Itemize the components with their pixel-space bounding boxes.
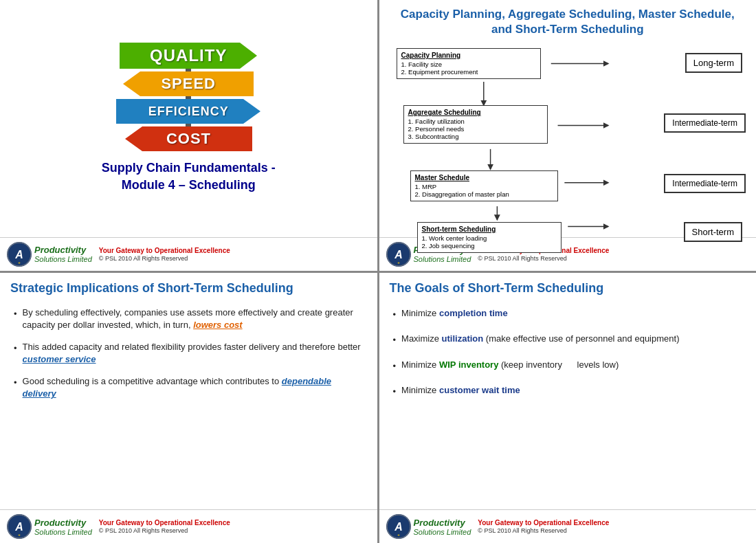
- slide3-title: Strategic Implications of Short-Term Sch…: [10, 281, 367, 296]
- goal-3-text: Minimize WIP inventory (keep inventory l…: [401, 358, 619, 373]
- svg-text:A: A: [394, 249, 403, 261]
- footer-copyright2: © PSL 2010 All Rights Reserved: [478, 255, 749, 262]
- slide3-bullet-3-text: Good scheduling is a competitive advanta…: [23, 375, 364, 400]
- bullet-dot-2: •: [14, 342, 17, 366]
- goal-1-text: Minimize completion time: [401, 307, 508, 322]
- logo-icon2: A +: [386, 242, 411, 267]
- capacity-item1: 1. Facility size: [401, 60, 536, 68]
- goal-dot-2: •: [393, 333, 397, 347]
- slide3-bullet-2-text: This added capacity and related flexibil…: [23, 341, 364, 366]
- svg-text:A: A: [14, 521, 23, 533]
- footer-logo4: A + Productivity Solutions Limited: [386, 514, 471, 539]
- slide3-footer: A + Productivity Solutions Limited Your …: [0, 509, 377, 543]
- slide2-diagram: Capacity Planning 1. Facility size 2. Eq…: [379, 41, 757, 236]
- svg-text:A: A: [14, 249, 23, 261]
- svg-text:A: A: [394, 521, 403, 533]
- goal-utilization: utilization: [442, 333, 484, 344]
- footer-copyright4: © PSL 2010 All Rights Reserved: [478, 527, 749, 534]
- aggregate-item3: 3. Subcontracting: [408, 133, 543, 140]
- master-item1: 1. MRP: [415, 183, 553, 190]
- slide1-footer: A + Productivity Solutions Limited Your …: [0, 237, 377, 271]
- sign-cost-label: COST: [166, 130, 211, 148]
- svg-text:+: +: [18, 261, 21, 265]
- footer-tagline3: Your Gateway to Operational Excellence: [99, 519, 370, 527]
- slide-1: QUALITY SPEED EFFICIENCY C: [0, 0, 377, 271]
- shortterm-title: Short-term Scheduling: [422, 225, 557, 233]
- shortterm-item1: 1. Work center loading: [422, 234, 557, 242]
- slide4-header: The Goals of Short-Term Scheduling: [379, 273, 757, 300]
- slide3-bullet-2: • This added capacity and related flexib…: [14, 341, 364, 366]
- slide3-bullet-3: • Good scheduling is a competitive advan…: [14, 375, 364, 400]
- logo-solutions: Solutions Limited: [34, 255, 92, 263]
- footer-tagline4: Your Gateway to Operational Excellence: [478, 519, 749, 527]
- slide3-bullet-1: • By scheduling effectively, companies u…: [14, 307, 364, 331]
- goal-2: • Maximize utilization (make effective u…: [393, 332, 743, 347]
- slide1-content: QUALITY SPEED EFFICIENCY C: [0, 0, 377, 237]
- sign-speed-label: SPEED: [161, 75, 216, 93]
- master-title: Master Schedule: [415, 174, 553, 181]
- goal-dot-1: •: [393, 308, 397, 322]
- slide-2: Capacity Planning, Aggregate Scheduling,…: [379, 0, 757, 271]
- goal-2-text: Maximize utilization (make effective use…: [401, 332, 679, 347]
- capacity-item2: 2. Equipment procurement: [401, 68, 536, 76]
- slide3-header: Strategic Implications of Short-Term Sch…: [0, 273, 377, 300]
- goal-wip: WIP inventory: [439, 359, 498, 370]
- shortterm-box: Short-term Scheduling 1. Work center loa…: [417, 222, 562, 253]
- aggregate-title: Aggregate Scheduling: [408, 109, 543, 116]
- sign-quality: QUALITY: [120, 43, 257, 69]
- slide3-highlight-dependable-delivery: dependable delivery: [23, 376, 331, 399]
- master-box: Master Schedule 1. MRP 2. Disaggregation…: [410, 170, 558, 201]
- slide-3: Strategic Implications of Short-Term Sch…: [0, 273, 377, 544]
- label-shortterm: Short-term: [684, 222, 742, 242]
- logo-icon4: A +: [386, 514, 411, 539]
- bullet-dot-3: •: [14, 377, 17, 400]
- logo-solutions3: Solutions Limited: [34, 528, 92, 536]
- logo-solutions2: Solutions Limited: [414, 255, 471, 263]
- sign-efficiency: EFFICIENCY: [116, 99, 260, 124]
- signs-container: QUALITY SPEED EFFICIENCY C: [116, 43, 260, 151]
- label-intermediate2: Intermediate-term: [664, 174, 746, 193]
- logo-text-block: Productivity Solutions Limited: [34, 245, 92, 263]
- slide3-highlight-lowers-cost: lowers cost: [193, 320, 243, 330]
- logo-productivity4: Productivity: [414, 518, 471, 528]
- svg-text:+: +: [397, 261, 400, 265]
- sign-cost: COST: [125, 126, 252, 151]
- goal-completion-time: completion time: [439, 308, 508, 318]
- footer-copyright3: © PSL 2010 All Rights Reserved: [99, 527, 370, 534]
- logo-productivity3: Productivity: [34, 518, 92, 528]
- goals-list: • Minimize completion time • Maximize ut…: [393, 307, 743, 399]
- slide1-title-line1: Supply Chain Fundamentals -: [102, 159, 276, 177]
- label-intermediate1: Intermediate-term: [664, 113, 746, 133]
- slide2-title: Capacity Planning, Aggregate Scheduling,…: [390, 7, 746, 37]
- goal-4: • Minimize customer wait time: [393, 384, 743, 399]
- aggregate-item2: 2. Personnel needs: [408, 125, 543, 133]
- label-longterm: Long-term: [685, 53, 742, 73]
- logo-icon3: A +: [7, 514, 32, 539]
- shortterm-item2: 2. Job sequencing: [422, 242, 557, 250]
- capacity-box: Capacity Planning 1. Facility size 2. Eq…: [397, 48, 541, 79]
- footer-tagline: Your Gateway to Operational Excellence: [99, 247, 370, 254]
- goal-customer-wait: customer wait time: [439, 385, 520, 395]
- slide4-content: • Minimize completion time • Maximize ut…: [379, 300, 757, 510]
- svg-text:+: +: [397, 533, 400, 537]
- slide1-title: Supply Chain Fundamentals - Module 4 – S…: [102, 159, 276, 194]
- logo-icon: A +: [7, 242, 32, 267]
- sign-quality-label: QUALITY: [150, 46, 227, 65]
- slide3-bullet-list: • By scheduling effectively, companies u…: [14, 307, 364, 401]
- aggregate-item1: 1. Facility utilization: [408, 118, 543, 125]
- slide3-highlight-customer-service: customer service: [23, 354, 96, 364]
- goal-dot-3: •: [393, 359, 397, 373]
- logo-text-block3: Productivity Solutions Limited: [34, 518, 92, 536]
- logo-text-block4: Productivity Solutions Limited: [414, 518, 471, 536]
- slide2-header: Capacity Planning, Aggregate Scheduling,…: [379, 0, 757, 41]
- capacity-title: Capacity Planning: [401, 52, 536, 59]
- slide1-title-line2: Module 4 – Scheduling: [102, 177, 276, 194]
- footer-copyright: © PSL 2010 All Rights Reserved: [99, 255, 370, 262]
- master-item2: 2. Disaggregation of master plan: [415, 190, 553, 198]
- aggregate-box: Aggregate Scheduling 1. Facility utiliza…: [403, 105, 548, 144]
- bullet-dot-1: •: [14, 308, 17, 331]
- slide3-content: • By scheduling effectively, companies u…: [0, 300, 377, 510]
- sign-efficiency-label: EFFICIENCY: [148, 104, 229, 119]
- svg-text:+: +: [18, 533, 21, 537]
- slide4-footer: A + Productivity Solutions Limited Your …: [379, 509, 757, 543]
